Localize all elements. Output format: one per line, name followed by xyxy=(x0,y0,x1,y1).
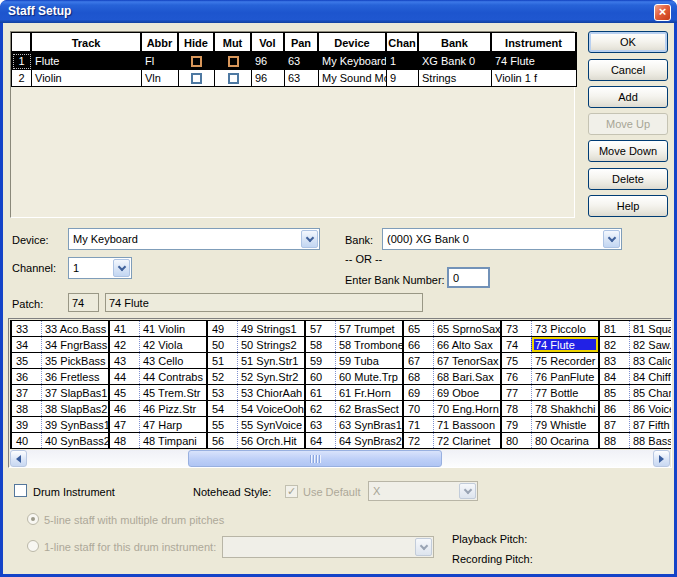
patch-number-cell[interactable]: 78 xyxy=(502,401,531,416)
patch-number-cell[interactable]: 68 xyxy=(404,369,433,384)
patch-number-cell[interactable]: 55 xyxy=(208,417,237,432)
patch-name-cell[interactable]: 42 Viola xyxy=(139,337,206,352)
cancel-button[interactable]: Cancel xyxy=(588,59,668,81)
vol-cell[interactable]: 96 xyxy=(252,53,285,70)
pan-cell[interactable]: 63 xyxy=(285,70,319,87)
patch-number-cell[interactable]: 53 xyxy=(208,385,237,400)
scrollbar-thumb[interactable] xyxy=(188,450,442,467)
patch-name-cell[interactable]: 55 SynVoice xyxy=(237,417,304,432)
channel-combobox-dropdown-button[interactable] xyxy=(113,259,130,277)
mut-checkbox[interactable] xyxy=(228,56,239,67)
patch-name-cell[interactable]: 40 SynBass2 xyxy=(41,433,108,448)
enter-bank-number-input[interactable] xyxy=(447,267,490,288)
patch-number-cell[interactable]: 38 xyxy=(12,401,41,416)
patch-number-cell[interactable]: 44 xyxy=(110,369,139,384)
patch-name-cell[interactable]: 76 PanFlute xyxy=(531,369,598,384)
patch-name-cell[interactable]: 57 Trumpet xyxy=(335,321,402,336)
patch-name-cell[interactable]: 62 BrasSect xyxy=(335,401,402,416)
radio-5line-staff[interactable] xyxy=(27,513,39,525)
patch-number-cell[interactable]: 46 xyxy=(110,401,139,416)
patch-number-cell[interactable]: 49 xyxy=(208,321,237,336)
patch-name-cell[interactable]: 44 Contrabs xyxy=(139,369,206,384)
patch-name-cell[interactable]: 83 Caliopl xyxy=(629,353,672,368)
hide-checkbox[interactable] xyxy=(191,73,202,84)
notehead-style-combobox[interactable]: X xyxy=(368,481,478,501)
patch-name-cell[interactable]: 75 Recorder xyxy=(531,353,598,368)
patch-number-cell[interactable]: 50 xyxy=(208,337,237,352)
patch-name-cell[interactable]: 38 SlapBas2 xyxy=(41,401,108,416)
device-combobox[interactable]: My Keyboard xyxy=(68,228,320,250)
patch-name-cell[interactable]: 66 Alto Sax xyxy=(433,337,500,352)
patch-name-cell[interactable]: 56 Orch.Hit xyxy=(237,433,304,448)
patch-number-cell[interactable]: 67 xyxy=(404,353,433,368)
hide-checkbox[interactable] xyxy=(191,56,202,67)
patch-number-cell[interactable]: 81 xyxy=(600,321,629,336)
patch-name-cell[interactable]: 50 Strings2 xyxy=(237,337,304,352)
num-cell[interactable]: 2 xyxy=(12,70,32,87)
patch-number-cell[interactable]: 83 xyxy=(600,353,629,368)
patch-name-cell[interactable]: 77 Bottle xyxy=(531,385,598,400)
patch-name-cell[interactable]: 45 Trem.Str xyxy=(139,385,206,400)
patch-name-cell[interactable]: 71 Bassoon xyxy=(433,417,500,432)
patch-number-cell[interactable]: 75 xyxy=(502,353,531,368)
patch-name-cell[interactable]: 68 Bari.Sax xyxy=(433,369,500,384)
patch-name-cell[interactable]: 51 Syn.Str1 xyxy=(237,353,304,368)
patch-number-cell[interactable]: 51 xyxy=(208,353,237,368)
patch-name-cell[interactable]: 41 Violin xyxy=(139,321,206,336)
drum-combobox-dropdown-button[interactable] xyxy=(415,538,432,556)
patch-name-cell[interactable]: 88 Bass & xyxy=(629,433,672,448)
patch-name-cell[interactable]: 60 Mute.Trp xyxy=(335,369,402,384)
help-button[interactable]: Help xyxy=(588,195,668,217)
patch-number-cell[interactable]: 64 xyxy=(306,433,335,448)
scroll-left-button[interactable] xyxy=(10,450,27,467)
patch-number-cell[interactable]: 72 xyxy=(404,433,433,448)
patch-number-cell[interactable]: 57 xyxy=(306,321,335,336)
add-button[interactable]: Add xyxy=(588,86,668,108)
patch-name-cell[interactable]: 79 Whistle xyxy=(531,417,598,432)
patch-number-cell[interactable]: 43 xyxy=(110,353,139,368)
radio-1line-staff[interactable] xyxy=(27,540,39,552)
patch-number-cell[interactable]: 61 xyxy=(306,385,335,400)
patch-number-cell[interactable]: 79 xyxy=(502,417,531,432)
patch-name-cell[interactable]: 78 Shakhchi xyxy=(531,401,598,416)
patch-number-cell[interactable]: 62 xyxy=(306,401,335,416)
patch-number-cell[interactable]: 41 xyxy=(110,321,139,336)
patch-name-cell[interactable]: 33 Aco.Bass xyxy=(41,321,108,336)
patch-name-cell[interactable]: 82 Saw.L xyxy=(629,337,672,352)
patch-number-cell[interactable]: 82 xyxy=(600,337,629,352)
patch-name-cell[interactable]: 87 Fifth L xyxy=(629,417,672,432)
patch-name-cell[interactable]: 58 Trombone xyxy=(335,337,402,352)
track-cell[interactable]: Violin xyxy=(32,70,142,87)
bank-combobox-dropdown-button[interactable] xyxy=(603,230,620,248)
patch-name-cell[interactable]: 65 SprnoSax xyxy=(433,321,500,336)
patch-number-cell[interactable]: 88 xyxy=(600,433,629,448)
patch-number-cell[interactable]: 76 xyxy=(502,369,531,384)
patch-name-cell[interactable]: 63 SynBras1 xyxy=(335,417,402,432)
device-cell[interactable]: My Sound Mo xyxy=(319,70,387,87)
patch-name-cell[interactable]: 47 Harp xyxy=(139,417,206,432)
patch-name-cell[interactable]: 81 Square xyxy=(629,321,672,336)
patch-number-cell[interactable]: 42 xyxy=(110,337,139,352)
pan-cell[interactable]: 63 xyxy=(285,53,319,70)
delete-button[interactable]: Delete xyxy=(588,168,668,190)
chan-cell[interactable]: 1 xyxy=(387,53,419,70)
patch-number-cell[interactable]: 59 xyxy=(306,353,335,368)
drum-instrument-checkbox[interactable] xyxy=(14,484,27,497)
patch-name-cell[interactable]: 53 ChiorAah xyxy=(237,385,304,400)
patch-number-cell[interactable]: 87 xyxy=(600,417,629,432)
move-down-button[interactable]: Move Down xyxy=(588,140,668,162)
patch-number-cell[interactable]: 39 xyxy=(12,417,41,432)
patch-number-cell[interactable]: 48 xyxy=(110,433,139,448)
patch-name-cell[interactable]: 36 Fretless xyxy=(41,369,108,384)
num-cell[interactable]: 1 xyxy=(12,53,32,70)
instrument-cell[interactable]: 74 Flute xyxy=(492,53,577,70)
patch-number-cell[interactable]: 58 xyxy=(306,337,335,352)
bank-combobox[interactable]: (000) XG Bank 0 xyxy=(382,228,622,250)
patch-name-cell[interactable]: 37 SlapBas1 xyxy=(41,385,108,400)
patch-name-cell[interactable]: 73 Piccolo xyxy=(531,321,598,336)
device-combobox-dropdown-button[interactable] xyxy=(301,230,318,248)
patch-name-cell[interactable]: 54 VoiceOoh xyxy=(237,401,304,416)
patch-number-cell[interactable]: 35 xyxy=(12,353,41,368)
mut-checkbox[interactable] xyxy=(228,73,239,84)
patch-number-cell[interactable]: 80 xyxy=(502,433,531,448)
